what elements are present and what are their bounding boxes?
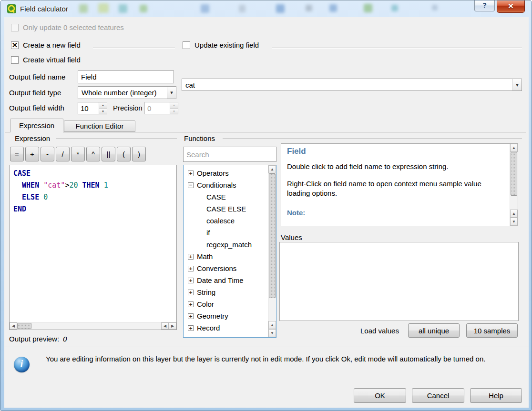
scrollbar-track[interactable] [510, 196, 518, 210]
tab-function-editor[interactable]: Function Editor [64, 120, 135, 132]
expression-hscrollbar[interactable]: ◀ ◀ ▶ [10, 322, 176, 330]
spin-up-button[interactable]: ▴ [170, 102, 178, 109]
tree-item-math[interactable]: +Math [184, 251, 268, 262]
expression-code: CASE WHEN "cat">20 THEN 1 ELSE 0END [10, 165, 176, 215]
expand-icon[interactable]: + [188, 325, 194, 331]
tree-item-string[interactable]: +String [184, 286, 268, 298]
values-label: Values [281, 233, 302, 241]
existing-field-dropdown-button[interactable]: ▾ [512, 79, 522, 90]
scroll-left-button[interactable]: ◀ [161, 322, 169, 330]
expand-icon[interactable]: + [188, 278, 194, 283]
scroll-right-button[interactable]: ▶ [169, 322, 176, 330]
spin-up-button[interactable]: ▴ [99, 102, 107, 109]
expand-icon[interactable]: + [188, 266, 194, 271]
output-field-type-dropdown-button[interactable]: ▾ [167, 87, 176, 99]
output-field-type-combobox[interactable]: Whole number (integer) ▾ [78, 86, 176, 99]
scroll-up-button[interactable]: ▲ [510, 144, 518, 152]
scrollbar-track[interactable] [268, 298, 276, 321]
tree-item-coalesce[interactable]: coalesce [184, 215, 268, 227]
tree-item-label: Fields and Values [197, 336, 253, 338]
help-button[interactable]: Help [470, 388, 522, 403]
spin-down-icon: ▾ [102, 110, 104, 113]
tree-item-label: Geometry [197, 312, 228, 320]
tree-item-conversions[interactable]: +Conversions [184, 262, 268, 274]
collapse-icon[interactable]: − [188, 182, 194, 188]
create-new-field-label: Create a new field [23, 41, 81, 49]
create-new-field-row: ✕ Create a new field [11, 41, 81, 49]
operator-button-minus[interactable]: - [41, 147, 54, 161]
tree-item-label: Math [197, 252, 213, 261]
tab-expression[interactable]: Expression [10, 119, 63, 132]
spin-down-button[interactable]: ▾ [170, 109, 178, 114]
tree-item-record[interactable]: +Record [184, 322, 268, 334]
scroll-left-button[interactable]: ◀ [10, 322, 17, 330]
update-existing-groupline [272, 48, 522, 48]
operator-button-multiply[interactable]: * [71, 147, 85, 161]
tree-item-date-and-time[interactable]: +Date and Time [184, 274, 268, 286]
titlebar-help-button[interactable]: ? [474, 0, 495, 11]
tree-item-case-else[interactable]: CASE ELSE [184, 203, 268, 215]
output-preview-row: Output preview: 0 [9, 335, 67, 343]
operator-button-plus[interactable]: + [25, 147, 39, 161]
titlebar-close-button[interactable]: ✕ [497, 0, 525, 13]
expand-icon[interactable]: + [188, 337, 194, 338]
function-search-input[interactable] [183, 147, 276, 162]
output-field-name-label: Output field name [9, 70, 65, 83]
only-update-selected-checkbox[interactable] [11, 24, 19, 31]
create-new-field-checkbox[interactable]: ✕ [11, 41, 19, 49]
info-glyph: i [20, 358, 23, 370]
tree-item-conditionals[interactable]: −Conditionals [184, 179, 268, 191]
precision-input[interactable] [145, 102, 170, 114]
expression-editor[interactable]: CASE WHEN "cat">20 THEN 1 ELSE 0END ◀ ◀ … [9, 165, 177, 330]
update-existing-field-checkbox[interactable] [183, 41, 190, 49]
operator-button-concatenate[interactable]: || [102, 147, 115, 161]
expand-icon[interactable]: + [188, 254, 194, 260]
function-tree-scrollbar[interactable]: ▲ ▲ ▼ [268, 165, 276, 337]
tree-item-geometry[interactable]: +Geometry [184, 310, 268, 322]
scrollbar-thumb[interactable] [269, 173, 276, 298]
scrollbar-thumb[interactable] [511, 152, 517, 196]
scroll-up-button[interactable]: ▲ [268, 321, 276, 329]
operator-button-close-paren[interactable]: ) [132, 147, 146, 161]
values-list[interactable] [279, 242, 519, 321]
scrollbar-thumb[interactable] [17, 323, 31, 329]
scroll-up-icon: ▲ [270, 167, 274, 171]
expand-icon[interactable]: + [188, 170, 194, 176]
tree-item-fields-and-values[interactable]: +Fields and Values [184, 334, 268, 338]
tree-item-if[interactable]: if [184, 227, 268, 239]
ten-samples-button[interactable]: 10 samples [466, 323, 518, 338]
output-field-width-input[interactable] [78, 102, 99, 114]
scroll-up-button[interactable]: ▲ [510, 210, 518, 218]
operator-button-equals[interactable]: = [10, 147, 24, 161]
precision-label: Precision [113, 102, 143, 114]
existing-field-combobox[interactable]: cat ▾ [182, 79, 522, 91]
scroll-down-button[interactable]: ▼ [268, 329, 276, 337]
cancel-button[interactable]: Cancel [412, 388, 464, 403]
operator-button-open-paren[interactable]: ( [117, 147, 131, 161]
create-virtual-field-checkbox[interactable] [11, 56, 19, 64]
tree-item-operators[interactable]: +Operators [184, 167, 268, 179]
output-field-width-spinner[interactable]: ▴ ▾ [78, 102, 107, 114]
help-scrollbar[interactable]: ▲ ▲ ▼ [510, 144, 518, 226]
ok-button[interactable]: OK [354, 388, 406, 403]
scrollbar-track[interactable] [31, 322, 161, 330]
expand-icon[interactable]: + [188, 301, 194, 307]
window-title: Field calculator [20, 5, 68, 13]
tree-item-label: Color [197, 300, 214, 308]
operator-button-power[interactable]: ^ [86, 147, 100, 161]
precision-spinner[interactable]: ▴ ▾ [144, 102, 178, 114]
create-virtual-field-row: Create virtual field [11, 56, 81, 64]
help-title: Field [287, 147, 504, 156]
tree-item-case[interactable]: CASE [184, 191, 268, 203]
tree-item-color[interactable]: +Color [184, 298, 268, 310]
scroll-down-button[interactable]: ▼ [510, 218, 518, 226]
spin-down-button[interactable]: ▾ [99, 109, 107, 114]
scroll-up-button[interactable]: ▲ [268, 165, 276, 173]
titlebar[interactable]: Field calculator ? ✕ [0, 0, 532, 17]
tree-item-regexp-match[interactable]: regexp_match [184, 239, 268, 251]
operator-button-divide[interactable]: / [56, 147, 70, 161]
expand-icon[interactable]: + [188, 313, 194, 319]
expand-icon[interactable]: + [188, 290, 194, 295]
output-field-name-input[interactable] [78, 70, 174, 83]
all-unique-button[interactable]: all unique [408, 323, 460, 338]
